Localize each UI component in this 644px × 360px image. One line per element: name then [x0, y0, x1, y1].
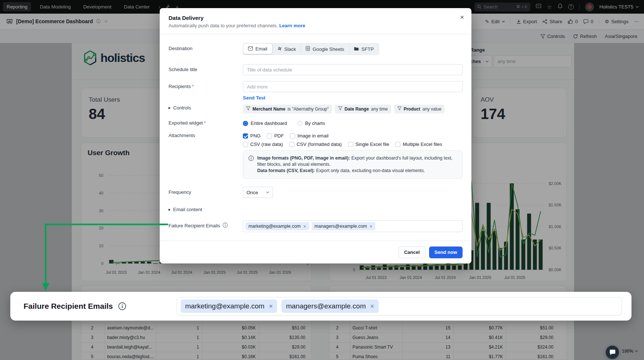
filter-chip-merchant-name[interactable]: Merchant Nameis "Abernathy Group": [243, 105, 332, 113]
checkbox-label: Single Excel file: [355, 141, 389, 147]
funnel-icon: [397, 106, 401, 112]
checkbox-csv-formatted-data[interactable]: CSV (formatted data): [289, 141, 342, 147]
required-asterisk: *: [192, 84, 194, 89]
filter-chip-product[interactable]: Productany value: [394, 105, 445, 113]
remove-tag-icon[interactable]: ×: [369, 224, 372, 229]
radio-label: Entire dashboard: [251, 120, 287, 126]
caret-right-icon: ▸: [169, 207, 171, 212]
checkbox-pdf[interactable]: PDF: [267, 133, 284, 139]
destination-tab-google-sheets[interactable]: Google Sheets: [301, 43, 349, 55]
email-tag-label: managers@example.com: [286, 302, 366, 310]
frequency-select[interactable]: Once: [243, 187, 273, 198]
filter-chip-name: Date Range: [344, 106, 369, 112]
checkbox-indicator: [243, 142, 248, 147]
checkbox-indicator: [267, 133, 272, 139]
recipients-input[interactable]: [243, 81, 463, 92]
destination-tab-label: SFTP: [361, 46, 374, 52]
schedule-title-label: Schedule title: [169, 64, 243, 72]
checkbox-indicator: [348, 142, 353, 147]
recipients-label: Recipients*: [169, 81, 243, 89]
controls-section-toggle[interactable]: ▸ Controls: [169, 104, 243, 111]
failure-emails-callout: Failure Recipient Emails marketing@examp…: [10, 292, 631, 321]
funnel-icon: [338, 106, 342, 112]
remove-tag-icon[interactable]: ×: [303, 224, 306, 229]
checkbox-single-excel-file[interactable]: Single Excel file: [348, 141, 389, 147]
email-tag: managers@example.com×: [282, 300, 378, 313]
chevron-down-icon: [266, 191, 269, 193]
frequency-label: Frequency: [169, 187, 243, 195]
destination-tab-sftp[interactable]: SFTP: [349, 43, 378, 55]
checkbox-label: CSV (formatted data): [297, 141, 342, 147]
required-asterisk: *: [204, 120, 206, 126]
checkbox-indicator: [289, 142, 294, 147]
callout-label: Failure Recipient Emails: [24, 302, 113, 311]
exported-widget-options: Entire dashboardBy charts: [243, 118, 463, 126]
radio-entire-dashboard[interactable]: Entire dashboard: [243, 120, 287, 126]
email-tag-label: marketing@example.com: [248, 224, 301, 229]
send-now-button[interactable]: Send now: [429, 247, 463, 258]
remove-tag-icon[interactable]: ×: [269, 303, 273, 310]
filter-chip-condition: any time: [371, 106, 388, 112]
checkbox-multiple-excel-files[interactable]: Multiple Excel files: [395, 141, 442, 147]
info-icon[interactable]: [223, 223, 228, 229]
control-filter-chips: Merchant Nameis "Abernathy Group"Date Ra…: [243, 104, 463, 113]
format-info-note: Image formats (PNG, PDF, Image in email)…: [243, 150, 463, 179]
remove-tag-icon[interactable]: ×: [370, 303, 374, 310]
checkbox-row: CSV (raw data)CSV (formatted data)Single…: [243, 141, 463, 147]
email-content-toggle[interactable]: ▸ Email content: [169, 207, 243, 212]
cancel-button[interactable]: Cancel: [399, 247, 425, 258]
learn-more-link[interactable]: Learn more: [279, 23, 305, 28]
modal-footer: Cancel Send now: [160, 241, 471, 263]
callout-email-input[interactable]: marketing@example.com×managers@example.c…: [177, 297, 622, 315]
attachments-label: Attachments: [169, 131, 243, 138]
destination-tab-label: Email: [255, 46, 268, 52]
checkbox-label: PNG: [250, 133, 261, 139]
send-test-link[interactable]: Send Test: [243, 95, 265, 101]
caret-right-icon: ▸: [169, 105, 171, 110]
email-tag: managers@example.com×: [312, 222, 375, 230]
folder-icon: [354, 46, 359, 52]
destination-tab-label: Slack: [284, 46, 296, 52]
destination-tabs: EmailSlackGoogle SheetsSFTP: [243, 43, 379, 55]
modal-body: Destination EmailSlackGoogle SheetsSFTP …: [160, 34, 471, 241]
modal-subtitle: Automatically push data to your preferre…: [169, 23, 463, 28]
checkbox-png[interactable]: PNG: [243, 133, 261, 139]
filter-chip-name: Merchant Name: [252, 106, 285, 112]
slack-icon: [277, 46, 282, 52]
screen: ReportingData ModelingDevelopmentData Ce…: [0, 0, 644, 360]
destination-tab-email[interactable]: Email: [243, 43, 273, 54]
checkbox-row: PNGPDFImage in email: [243, 133, 463, 139]
email-tag-label: marketing@example.com: [185, 302, 265, 310]
email-icon: [248, 46, 253, 52]
chevron-down-icon: [635, 350, 638, 352]
modal-header: Data Delivery Automatically push data to…: [160, 8, 471, 34]
funnel-icon: [246, 106, 250, 112]
checkbox-image-in-email[interactable]: Image in email: [290, 133, 329, 139]
checkbox-label: Multiple Excel files: [403, 141, 442, 147]
email-tag: marketing@example.com×: [181, 300, 277, 313]
failure-recipient-emails-label: Failure Recipient Emails: [169, 220, 243, 229]
zoom-level: 100%: [622, 349, 633, 354]
checkbox-label: PDF: [274, 133, 284, 139]
email-tag-label: managers@example.com: [315, 224, 367, 229]
modal-title: Data Delivery: [169, 15, 463, 21]
destination-tab-slack[interactable]: Slack: [273, 43, 301, 55]
info-icon[interactable]: [118, 302, 126, 310]
radio-by-charts[interactable]: By charts: [297, 120, 325, 126]
data-delivery-modal: Data Delivery Automatically push data to…: [160, 8, 471, 263]
checkbox-csv-raw-data[interactable]: CSV (raw data): [243, 141, 283, 147]
filter-chip-condition: is "Abernathy Group": [287, 106, 329, 112]
schedule-title-input[interactable]: [243, 64, 463, 75]
checkbox-indicator: [290, 133, 295, 139]
format-info-text: Image formats (PNG, PDF, Image in email)…: [257, 155, 457, 174]
checkbox-indicator: [395, 142, 400, 147]
filter-chip-date-range[interactable]: Date Rangeany time: [335, 105, 391, 113]
chat-widget-button[interactable]: [606, 346, 619, 359]
radio-indicator: [243, 121, 248, 126]
sheet-icon: [306, 46, 310, 52]
close-icon[interactable]: ×: [460, 13, 464, 21]
failure-recipient-emails-input[interactable]: marketing@example.com×managers@example.c…: [243, 220, 463, 232]
radio-label: By charts: [305, 120, 325, 126]
destination-label: Destination: [169, 43, 243, 51]
zoom-control[interactable]: 100%: [622, 349, 638, 354]
